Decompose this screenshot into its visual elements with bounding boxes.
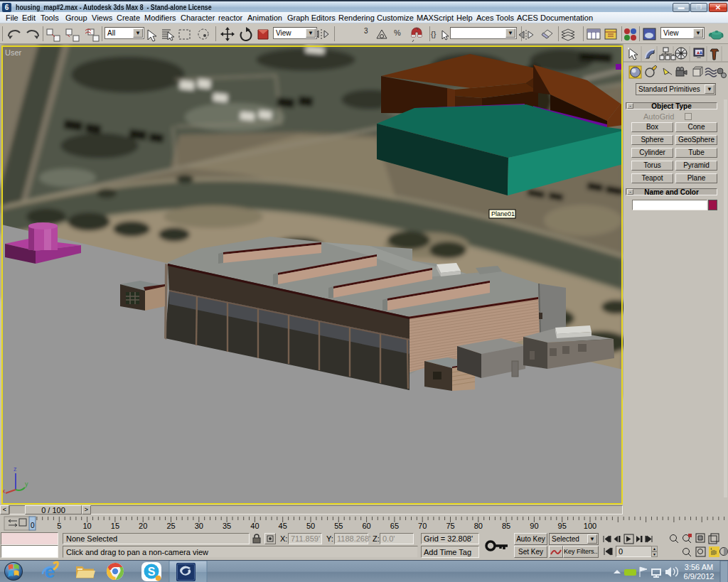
svg-text:6/9/2012: 6/9/2012 <box>684 572 714 581</box>
svg-text:y: y <box>25 480 28 487</box>
svg-text:z: z <box>14 465 17 473</box>
svg-text:75: 75 <box>446 522 454 530</box>
svg-text:0: 0 <box>31 522 35 529</box>
svg-text:Plane01: Plane01 <box>491 210 515 217</box>
svg-text:5: 5 <box>57 522 61 530</box>
svg-text:65: 65 <box>390 522 399 530</box>
svg-text:35: 35 <box>223 522 231 530</box>
svg-text:10: 10 <box>82 522 91 530</box>
svg-text:55: 55 <box>334 522 343 530</box>
svg-text:40: 40 <box>250 522 259 530</box>
svg-text:45: 45 <box>279 522 287 530</box>
svg-text:60: 60 <box>362 522 370 530</box>
svg-text:30: 30 <box>195 522 203 530</box>
svg-text:User: User <box>5 48 22 57</box>
svg-text:3:56 AM: 3:56 AM <box>685 563 713 571</box>
svg-text:95: 95 <box>558 522 567 530</box>
svg-text:e: e <box>45 561 55 582</box>
svg-text:25: 25 <box>166 522 175 530</box>
svg-text:15: 15 <box>111 522 119 530</box>
svg-text:80: 80 <box>474 522 483 530</box>
svg-text:S: S <box>148 566 156 578</box>
svg-text:90: 90 <box>530 522 538 530</box>
svg-text:3: 3 <box>364 27 368 35</box>
svg-text:85: 85 <box>502 522 510 530</box>
svg-text:20: 20 <box>139 522 147 530</box>
svg-text:{}: {} <box>431 30 437 38</box>
svg-text:70: 70 <box>418 522 427 530</box>
svg-text:50: 50 <box>306 522 315 530</box>
svg-text:100: 100 <box>584 522 596 530</box>
svg-text:%: % <box>394 28 401 37</box>
